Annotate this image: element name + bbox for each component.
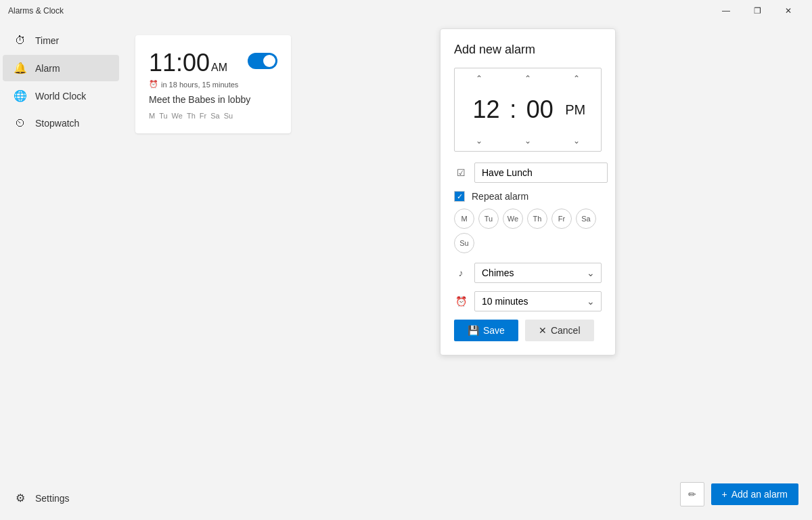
snooze-select-wrapper: 10 minutes 5 minutes 15 minutes 20 minut… — [474, 291, 602, 311]
sidebar-item-timer[interactable]: ⏱ Timer — [3, 28, 119, 53]
dialog-title: Add new alarm — [454, 43, 602, 57]
pencil-icon: ✏ — [688, 489, 696, 500]
ampm-up-button[interactable]: ⌃ — [562, 71, 591, 86]
day-btn-sun[interactable]: Su — [454, 233, 474, 253]
repeat-label: Repeat alarm — [472, 191, 528, 202]
repeat-checkbox[interactable]: ✓ — [454, 191, 465, 202]
minimize-button[interactable]: — — [710, 0, 742, 22]
day-btn-tue[interactable]: Tu — [478, 209, 499, 229]
day-btn-mon[interactable]: M — [454, 209, 474, 229]
sidebar-item-settings[interactable]: ⚙ Settings — [3, 485, 119, 511]
alarm-toggle[interactable] — [248, 53, 277, 69]
minute-down-button[interactable]: ⌄ — [514, 133, 542, 148]
alarm-subtitle: ⏰ in 18 hours, 15 minutes — [149, 80, 277, 89]
settings-icon: ⚙ — [14, 492, 27, 504]
sidebar-item-alarm[interactable]: 🔔 Alarm — [3, 55, 119, 81]
ampm-down-button[interactable]: ⌄ — [562, 133, 591, 148]
edit-name-icon: ☑ — [454, 167, 468, 178]
sound-icon: ♪ — [454, 267, 468, 278]
cancel-label: Cancel — [551, 325, 581, 336]
time-hour[interactable]: 12 — [466, 95, 507, 124]
sidebar-item-stopwatch[interactable]: ⏲ Stopwatch — [3, 110, 119, 136]
alarm-name-row: ☑ — [454, 162, 602, 183]
alarm-time: 11:00AM — [149, 49, 227, 77]
hour-up-button[interactable]: ⌃ — [465, 71, 493, 86]
alarm-days: M Tu We Th Fr Sa Su — [149, 112, 277, 120]
time-arrows-top: ⌃ ⌃ ⌃ — [455, 68, 601, 89]
hour-down-button[interactable]: ⌄ — [465, 133, 493, 148]
stopwatch-icon: ⏲ — [14, 117, 27, 129]
sidebar-item-label-world-clock: World Clock — [35, 91, 86, 102]
cancel-icon: ✕ — [539, 325, 547, 336]
alarm-card-header: 11:00AM — [149, 49, 277, 77]
day-btn-sat[interactable]: Sa — [576, 209, 596, 229]
edit-button[interactable]: ✏ — [680, 482, 704, 506]
app-body: ⏱ Timer 🔔 Alarm 🌐 World Clock ⏲ Stopwatc… — [0, 22, 812, 520]
world-clock-icon: 🌐 — [14, 89, 27, 102]
time-arrows-bottom: ⌄ ⌄ ⌄ — [455, 131, 601, 151]
day-btn-thu[interactable]: Th — [527, 209, 547, 229]
add-alarm-area: ✏ + Add an alarm — [680, 482, 798, 506]
alarm-name: Meet the Babes in lobby — [149, 94, 277, 105]
alarm-icon: 🔔 — [14, 62, 27, 74]
time-ampm[interactable]: PM — [560, 102, 590, 118]
close-button[interactable]: ✕ — [773, 0, 804, 22]
snooze-select[interactable]: 10 minutes 5 minutes 15 minutes 20 minut… — [474, 291, 602, 311]
sound-select-wrapper: Chimes Alarm Bell Xylophone — [474, 263, 602, 283]
main-content: 11:00AM ⏰ in 18 hours, 15 minutes Meet t… — [122, 22, 812, 520]
alarm-name-input[interactable] — [474, 162, 608, 183]
time-display: 12 : 00 PM — [455, 89, 601, 131]
minute-up-button[interactable]: ⌃ — [514, 71, 542, 86]
titlebar: Alarms & Clock — ❐ ✕ — [0, 0, 812, 22]
add-alarm-label: Add an alarm — [731, 489, 788, 500]
timer-icon: ⏱ — [14, 35, 27, 47]
cancel-button[interactable]: ✕ Cancel — [525, 320, 594, 341]
days-row: M Tu We Th Fr Sa Su — [454, 209, 602, 253]
maximize-button[interactable]: ❐ — [742, 0, 773, 22]
clock-icon: ⏰ — [149, 80, 158, 89]
time-colon: : — [507, 95, 519, 124]
day-btn-fri[interactable]: Fr — [551, 209, 572, 229]
save-label: Save — [483, 325, 505, 336]
plus-icon: + — [722, 489, 727, 500]
sidebar: ⏱ Timer 🔔 Alarm 🌐 World Clock ⏲ Stopwatc… — [0, 22, 122, 520]
sidebar-item-world-clock[interactable]: 🌐 World Clock — [3, 83, 119, 109]
sidebar-item-label-stopwatch: Stopwatch — [35, 118, 79, 129]
save-icon: 💾 — [468, 325, 479, 336]
snooze-icon: ⏰ — [454, 296, 468, 307]
add-alarm-dialog: Add new alarm ⌃ ⌃ ⌃ 12 : 00 PM ⌄ ⌄ ⌄ — [440, 28, 616, 355]
app-title: Alarms & Clock — [8, 6, 64, 16]
alarm-card: 11:00AM ⏰ in 18 hours, 15 minutes Meet t… — [135, 35, 291, 133]
sound-select[interactable]: Chimes Alarm Bell Xylophone — [474, 263, 602, 283]
repeat-alarm-row: ✓ Repeat alarm — [454, 191, 602, 202]
sidebar-item-label-settings: Settings — [35, 493, 70, 504]
save-button[interactable]: 💾 Save — [454, 320, 518, 341]
sidebar-item-label-alarm: Alarm — [35, 63, 60, 74]
sidebar-item-label-timer: Timer — [35, 35, 59, 46]
day-btn-wed[interactable]: We — [503, 209, 523, 229]
sound-row: ♪ Chimes Alarm Bell Xylophone — [454, 263, 602, 283]
time-minute[interactable]: 00 — [519, 95, 560, 124]
add-alarm-button[interactable]: + Add an alarm — [711, 483, 798, 505]
dialog-buttons: 💾 Save ✕ Cancel — [454, 320, 602, 341]
checkbox-check-icon: ✓ — [457, 192, 463, 201]
sidebar-bottom: ⚙ Settings — [0, 484, 122, 520]
window-controls: — ❐ ✕ — [710, 0, 804, 22]
snooze-row: ⏰ 10 minutes 5 minutes 15 minutes 20 min… — [454, 291, 602, 311]
time-picker: ⌃ ⌃ ⌃ 12 : 00 PM ⌄ ⌄ ⌄ — [454, 68, 602, 152]
